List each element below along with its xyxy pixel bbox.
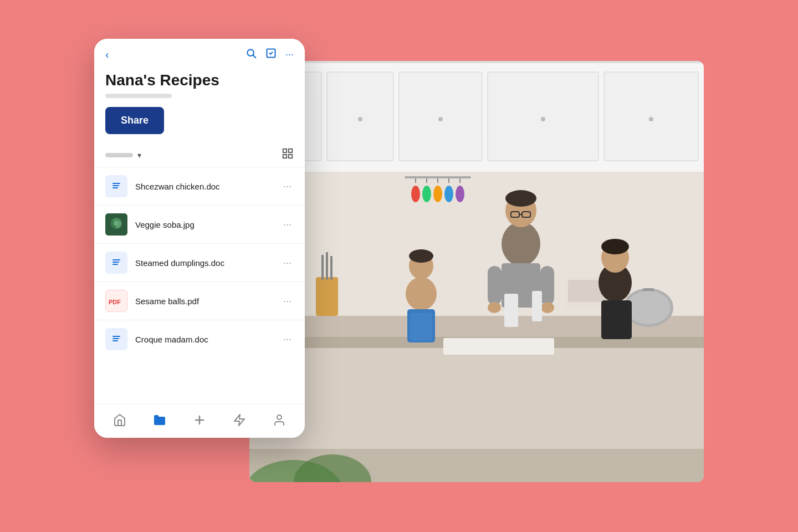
svg-rect-52: [532, 291, 542, 321]
doc-icon: [105, 252, 127, 274]
nav-profile[interactable]: [273, 413, 286, 427]
file-name: Veggie soba.jpg: [135, 220, 281, 229]
svg-point-34: [433, 186, 442, 202]
svg-point-55: [409, 249, 433, 263]
doc-icon: [105, 175, 127, 197]
svg-rect-5: [399, 72, 482, 161]
svg-rect-23: [330, 256, 332, 280]
grid-view-icon[interactable]: [282, 147, 294, 162]
svg-rect-61: [601, 300, 632, 339]
svg-rect-20: [316, 277, 338, 316]
nav-lightning[interactable]: [233, 413, 246, 427]
svg-point-9: [358, 117, 362, 121]
chevron-down-icon[interactable]: ▾: [137, 151, 141, 160]
kitchen-photo: [249, 61, 704, 482]
file-name: Sesame balls.pdf: [135, 296, 281, 306]
svg-line-69: [253, 55, 256, 58]
svg-rect-7: [604, 72, 698, 161]
svg-point-40: [502, 222, 540, 266]
svg-rect-6: [488, 72, 598, 161]
file-more-icon[interactable]: ···: [281, 217, 294, 233]
svg-rect-21: [321, 255, 324, 280]
svg-point-36: [444, 186, 453, 202]
sort-left: ▾: [105, 151, 141, 160]
svg-text:PDF: PDF: [109, 299, 121, 305]
svg-rect-63: [443, 338, 554, 355]
svg-point-32: [422, 186, 431, 202]
bottom-nav: [94, 404, 305, 438]
svg-point-60: [601, 239, 629, 254]
svg-point-49: [488, 302, 501, 313]
file-name: Shcezwan chicken.doc: [135, 182, 281, 191]
svg-rect-73: [283, 155, 287, 158]
svg-rect-74: [289, 155, 292, 158]
file-more-icon[interactable]: ···: [281, 293, 294, 309]
svg-point-83: [114, 221, 119, 226]
svg-rect-22: [326, 252, 328, 280]
svg-rect-2: [249, 61, 704, 63]
sort-label: [105, 153, 133, 157]
svg-point-11: [541, 117, 545, 121]
title-area: Nana's Recipes: [94, 67, 305, 107]
svg-point-28: [626, 291, 671, 324]
svg-point-42: [505, 190, 536, 207]
svg-point-10: [438, 117, 443, 121]
scene: ‹ ··· Nana's Recipes: [94, 28, 704, 504]
nav-home[interactable]: [113, 413, 126, 427]
nav-folder[interactable]: [153, 413, 166, 427]
file-name: Steamed dumplings.doc: [135, 258, 281, 268]
share-button[interactable]: Share: [105, 107, 164, 134]
file-name: Croque madam.doc: [135, 335, 281, 344]
check-square-icon[interactable]: [265, 48, 277, 62]
file-more-icon[interactable]: ···: [281, 331, 294, 347]
svg-point-53: [406, 277, 437, 310]
nav-add[interactable]: [193, 413, 206, 427]
phone-header: ‹ ···: [94, 39, 305, 67]
back-button[interactable]: ‹: [105, 48, 109, 61]
sort-bar: ▾: [94, 143, 305, 167]
svg-rect-4: [327, 72, 393, 161]
more-options-icon[interactable]: ···: [285, 49, 294, 60]
svg-rect-39: [405, 176, 471, 178]
svg-rect-71: [283, 149, 287, 152]
list-item[interactable]: Steamed dumplings.doc ···: [94, 244, 305, 282]
svg-point-38: [456, 186, 464, 202]
jpg-thumbnail: [105, 213, 127, 236]
phone-ui: ‹ ··· Nana's Recipes: [94, 39, 305, 438]
svg-point-50: [541, 302, 554, 313]
list-item[interactable]: Veggie soba.jpg ···: [94, 206, 305, 244]
file-more-icon[interactable]: ···: [281, 255, 294, 271]
svg-point-30: [411, 186, 420, 202]
list-item[interactable]: Shcezwan chicken.doc ···: [94, 167, 305, 206]
svg-rect-47: [488, 266, 502, 305]
svg-marker-96: [234, 415, 244, 426]
header-icons: ···: [245, 48, 294, 62]
svg-rect-51: [504, 294, 518, 327]
svg-point-97: [277, 415, 282, 420]
file-more-icon[interactable]: ···: [281, 178, 294, 195]
folder-title: Nana's Recipes: [105, 71, 294, 89]
svg-point-12: [649, 117, 653, 121]
search-icon[interactable]: [245, 48, 257, 62]
folder-subtitle: [105, 94, 172, 98]
svg-rect-48: [540, 266, 554, 305]
list-item[interactable]: Croque madam.doc ···: [94, 320, 305, 358]
doc-icon: [105, 328, 127, 350]
svg-rect-57: [410, 313, 432, 341]
file-list: Shcezwan chicken.doc ··· Veggie soba.jpg…: [94, 167, 305, 404]
list-item[interactable]: PDF Sesame balls.pdf ···: [94, 282, 305, 320]
pdf-icon: PDF: [105, 290, 127, 312]
svg-rect-72: [289, 149, 292, 152]
